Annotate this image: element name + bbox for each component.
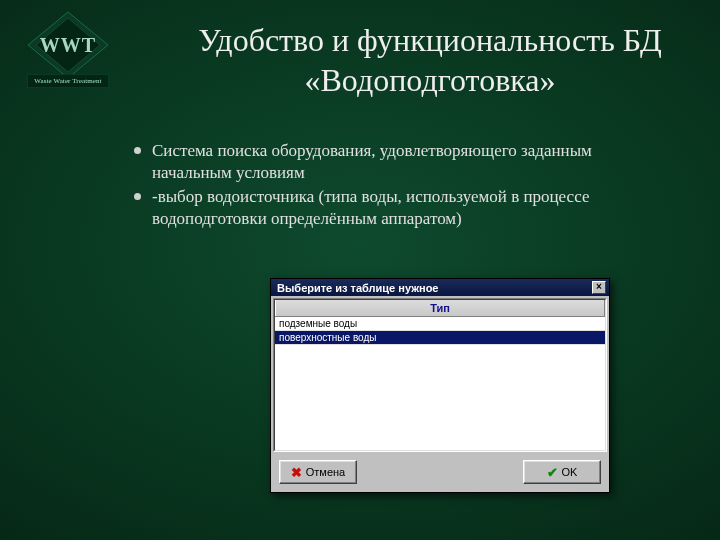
page-title: Удобство и функциональность БД «Водоподг… [160,20,700,100]
list-item: -выбор водоисточника (типа воды, использ… [130,186,675,230]
cancel-label: Отмена [306,466,345,478]
logo-emblem: WWT Waste Water Treatment [18,10,118,100]
ok-label: OK [562,466,578,478]
logo-subtext: Waste Water Treatment [27,74,108,88]
column-header-type[interactable]: Тип [275,300,605,316]
ok-button[interactable]: ✔ OK [523,460,601,484]
cancel-x-icon: ✖ [291,466,302,479]
diamond-icon: WWT [22,10,114,80]
grid-body[interactable]: подземные воды поверхностные воды [275,317,605,450]
selection-dialog: Выберите из таблице нужное × Тип подземн… [270,278,610,493]
grid-header: Тип [275,300,605,317]
dialog-title: Выберите из таблице нужное [277,282,438,294]
list-item: Система поиска оборудования, удовлетворя… [130,140,675,184]
table-row[interactable]: подземные воды [275,317,605,331]
ok-check-icon: ✔ [547,466,558,479]
bullet-list: Система поиска оборудования, удовлетворя… [130,140,675,232]
cancel-button[interactable]: ✖ Отмена [279,460,357,484]
close-icon[interactable]: × [592,281,606,294]
table-row[interactable]: поверхностные воды [275,331,605,345]
svg-text:WWT: WWT [40,34,96,56]
dialog-titlebar: Выберите из таблице нужное × [271,279,609,296]
dialog-button-bar: ✖ Отмена ✔ OK [271,454,609,492]
grid-container: Тип подземные воды поверхностные воды [273,298,607,452]
